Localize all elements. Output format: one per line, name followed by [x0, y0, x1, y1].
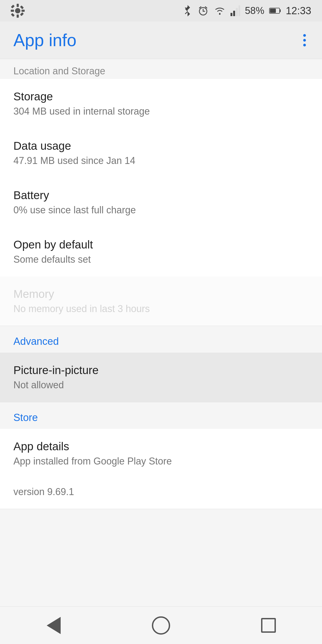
back-button[interactable]	[38, 609, 70, 642]
svg-rect-20	[233, 11, 235, 16]
svg-rect-21	[236, 8, 238, 16]
alarm-icon	[197, 5, 209, 17]
app-details-title: App details	[13, 440, 309, 453]
svg-marker-9	[188, 5, 190, 10]
home-circle-icon	[152, 616, 170, 635]
svg-rect-19	[230, 13, 232, 16]
bluetooth-icon	[183, 4, 192, 17]
bottom-navigation	[0, 606, 322, 644]
location-storage-section-header: Location and Storage	[0, 59, 322, 79]
svg-marker-10	[188, 12, 190, 16]
svg-line-17	[205, 7, 207, 8]
open-by-default-subtitle: Some defaults set	[13, 254, 309, 265]
app-header: App info	[0, 21, 322, 59]
status-bar-right: 58% 12:33	[183, 4, 311, 17]
svg-rect-3	[11, 10, 14, 12]
svg-point-18	[219, 13, 221, 15]
svg-rect-25	[270, 9, 276, 13]
app-details-item[interactable]: App details App installed from Google Pl…	[0, 429, 322, 478]
app-details-subtitle: App installed from Google Play Store	[13, 456, 309, 467]
data-usage-title: Data usage	[13, 140, 309, 152]
battery-title: Battery	[13, 189, 309, 202]
open-by-default-item[interactable]: Open by default Some defaults set	[0, 227, 322, 276]
svg-rect-7	[11, 13, 15, 17]
picture-in-picture-item[interactable]: Picture-in-picture Not allowed	[0, 353, 322, 402]
memory-subtitle: No memory used in last 3 hours	[13, 303, 309, 314]
svg-rect-4	[21, 10, 25, 12]
home-button[interactable]	[145, 609, 177, 642]
battery-subtitle: 0% use since last full charge	[13, 204, 309, 216]
open-by-default-title: Open by default	[13, 238, 309, 251]
pip-subtitle: Not allowed	[13, 379, 309, 391]
signal-icon	[230, 5, 240, 16]
svg-rect-24	[280, 9, 281, 12]
pip-title: Picture-in-picture	[13, 364, 309, 377]
version-text: version 9.69.1	[0, 478, 322, 509]
recents-button[interactable]	[252, 609, 284, 642]
app-title: App info	[13, 30, 76, 50]
svg-rect-22	[239, 5, 240, 16]
wifi-icon	[214, 6, 226, 16]
svg-rect-1	[17, 4, 19, 7]
memory-item: Memory No memory used in last 3 hours	[0, 276, 322, 326]
settings-icon	[11, 4, 25, 18]
storage-title: Storage	[13, 90, 309, 103]
advanced-section-label: Advanced	[0, 326, 322, 353]
svg-line-16	[199, 7, 201, 8]
store-section-label: Store	[0, 402, 322, 429]
recents-square-icon	[261, 618, 276, 633]
svg-point-0	[15, 8, 20, 13]
bottom-divider	[0, 509, 322, 509]
memory-title: Memory	[13, 288, 309, 301]
storage-subtitle: 304 MB used in internal storage	[13, 106, 309, 117]
status-bar: 58% 12:33	[0, 0, 322, 21]
svg-rect-5	[11, 5, 15, 8]
svg-line-12	[185, 12, 188, 14]
store-section: Store	[0, 402, 322, 429]
svg-rect-6	[20, 5, 24, 9]
svg-rect-2	[17, 14, 19, 18]
data-usage-item[interactable]: Data usage 47.91 MB used since Jan 14	[0, 128, 322, 178]
data-usage-subtitle: 47.91 MB used since Jan 14	[13, 155, 309, 166]
battery-item[interactable]: Battery 0% use since last full charge	[0, 178, 322, 227]
battery-percent: 58%	[245, 5, 264, 16]
back-arrow-icon	[47, 617, 61, 634]
status-bar-left	[11, 4, 25, 18]
svg-rect-8	[20, 12, 24, 16]
status-time: 12:33	[286, 5, 311, 17]
battery-icon	[269, 7, 281, 14]
more-options-button[interactable]	[301, 31, 309, 49]
storage-item[interactable]: Storage 304 MB used in internal storage	[0, 79, 322, 128]
